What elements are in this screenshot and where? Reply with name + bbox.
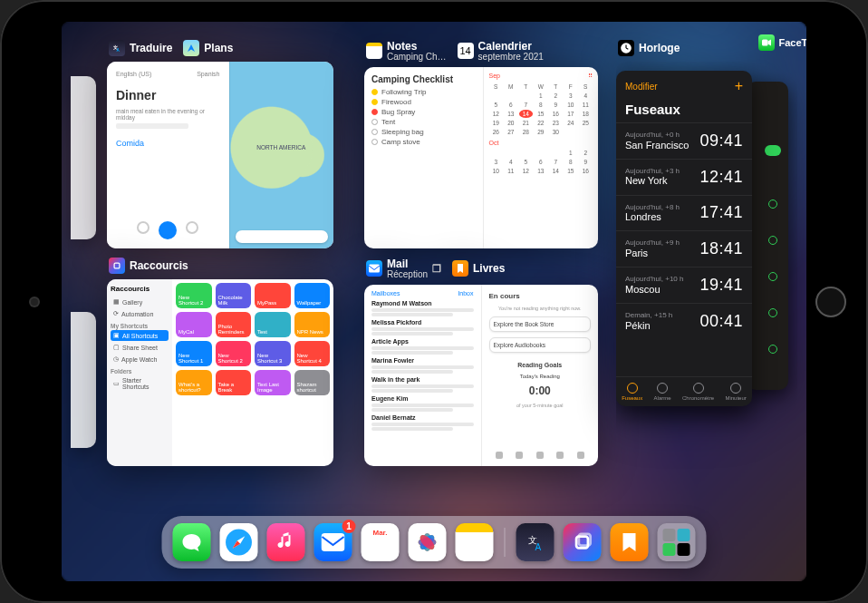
world-clock-row: Aujourd'hui, +10 hMoscou19:41 (616, 267, 752, 303)
dock-raccourcis[interactable] (564, 523, 602, 561)
mail-preview: MailboxesInbox Raymond M WatsonMelissa P… (364, 285, 481, 466)
world-clock-row: Demain, +15 hPékin00:41 (616, 303, 752, 339)
svg-text:A: A (117, 48, 121, 53)
svg-rect-2 (114, 263, 120, 268)
note-item: Tent (381, 118, 395, 126)
dock: 1 Mar. 14 (162, 516, 707, 569)
mail-app-icon (366, 260, 382, 277)
shortcut-tile: New Shortcut 3 (255, 341, 291, 366)
plans-app-label: Plans (204, 42, 233, 54)
notes-app-label: Notes (387, 40, 417, 53)
home-button[interactable] (815, 287, 846, 317)
note-item: Following Trip (381, 88, 426, 96)
facetime-app-label: FaceTime (778, 37, 806, 48)
ipad-device-frame: 文A Traduire Plans English (US) (0, 0, 868, 603)
clock-title: Fuseaux (616, 102, 752, 122)
dock-messages[interactable] (173, 523, 211, 561)
app-switcher-peek-left-bottom[interactable] (71, 312, 96, 448)
dock-mail[interactable]: 1 (314, 523, 352, 561)
plans-app-icon (183, 40, 199, 56)
switcher-card-mail-livres[interactable]: Mail Réception ❐ Livres MailboxesI (364, 258, 598, 466)
world-clock-row: Aujourd'hui, +0 hSan Francisco09:41 (616, 122, 752, 159)
facetime-preview[interactable] (747, 82, 788, 390)
shortcut-tile: New Shortcut 4 (294, 341, 331, 366)
side-automation: Automation (121, 311, 153, 317)
mail-back: Mailboxes (371, 290, 400, 297)
notes-preview: Camping Checklist Following Trip Firewoo… (364, 67, 483, 248)
shortcut-tile: Take a Break (216, 370, 252, 395)
dst-lang: Spanish (197, 71, 219, 77)
switcher-card-traduire-plans[interactable]: 文A Traduire Plans English (US) (107, 40, 333, 248)
clock-tab: Fuseaux (622, 395, 642, 401)
plans-preview: NORTH AMERICA (229, 62, 334, 248)
dock-livres[interactable] (611, 523, 649, 561)
calendar-grid: SMTWTFS 1234 567891011 12131415161718 19… (489, 83, 593, 136)
livres-preview: En cours You're not reading anything rig… (481, 285, 599, 466)
map-search (236, 230, 329, 243)
dock-safari[interactable] (220, 523, 258, 561)
svg-rect-3 (369, 265, 380, 273)
shortcut-tile: Wallpaper (294, 283, 331, 308)
shortcut-tile: Photo Reminders (216, 312, 252, 337)
raccourcis-preview: Raccourcis ▦Gallery ⟳Automation My Short… (107, 279, 333, 466)
mail-inbox: Inbox (458, 290, 473, 297)
horloge-app-icon (618, 40, 634, 56)
switcher-card-raccourcis[interactable]: Raccourcis Raccourcis ▦Gallery ⟳Automati… (107, 258, 333, 466)
translate-def: main meal eaten in the evening or midday (116, 108, 220, 121)
books-today: Today's Reading (489, 374, 592, 379)
livres-app-icon (452, 260, 468, 277)
mic-icon (159, 221, 177, 239)
map-label: NORTH AMERICA (256, 144, 305, 151)
clock-tab: Minuteur (725, 395, 746, 401)
switcher-card-horloge[interactable]: Horloge FaceTime (616, 40, 797, 466)
books-cta-audio: Explore Audiobooks (489, 337, 592, 353)
app-switcher: 文A Traduire Plans English (US) (62, 22, 806, 581)
mail-app-label: Mail (387, 258, 408, 270)
shortcut-tile: What's a shortcut? (176, 370, 212, 395)
mail-message: Eugene Kim (371, 395, 474, 412)
mail-message: Marina Fowler (371, 357, 474, 374)
side-hdr: My Shortcuts (111, 323, 169, 329)
shortcut-tile: Text Last Image (255, 370, 291, 395)
mail-message: Raymond M Watson (371, 300, 474, 316)
multitask-icon: ❐ (432, 263, 441, 275)
app-switcher-peek-left-top[interactable] (71, 76, 96, 239)
horloge-preview: Modifier + Fuseaux Aujourd'hui, +0 hSan … (616, 71, 752, 406)
shortcut-tile: New Shortcut 2 (176, 283, 212, 308)
books-footer: of your 5-minute goal (489, 403, 592, 408)
dock-photos[interactable] (409, 523, 447, 561)
clock-tab: Chronomètre (682, 395, 714, 401)
svg-text:A: A (535, 542, 542, 552)
raccourcis-app-label: Raccourcis (130, 259, 188, 272)
shortcut-tile: NPR News (294, 312, 331, 337)
side-share: Share Sheet (122, 345, 158, 351)
shortcut-tile: MyCal (176, 312, 212, 337)
mail-message: Melissa Pickford (371, 319, 474, 336)
notes-title: Camping Checklist (371, 74, 476, 84)
side-gallery: Gallery (122, 299, 142, 306)
books-section: En cours (489, 292, 592, 300)
traduire-app-icon: 文A (109, 40, 125, 56)
switcher-card-notes-calendrier[interactable]: Notes Camping Ch… 14 Calendrier septembr… (364, 40, 598, 248)
calendrier-preview: Sep⠿ SMTWTFS 1234 567891011 121314151617… (483, 67, 599, 248)
dock-calendar[interactable]: Mar. 14 (362, 523, 400, 561)
shortcut-tile: Test (255, 312, 291, 337)
side-starter: Starter Shortcuts (122, 377, 166, 390)
dock-recent-apps[interactable] (658, 523, 696, 561)
world-clock-row: Aujourd'hui, +8 hLondres17:41 (616, 195, 752, 231)
dock-music[interactable] (267, 523, 305, 561)
traduire-preview: English (US) Spanish Dinner main meal ea… (107, 62, 229, 248)
dock-notes[interactable] (456, 523, 494, 561)
mail-badge: 1 (342, 520, 356, 533)
note-item: Bug Spray (381, 108, 415, 116)
raccourcis-app-icon (109, 258, 125, 274)
side-watch: Apple Watch (121, 356, 157, 363)
dock-traduire[interactable]: 文A (516, 523, 555, 561)
note-item: Firewood (381, 98, 411, 106)
cal-month: Sep (489, 73, 500, 80)
notes-subtitle: Camping Ch… (387, 53, 447, 62)
mail-subtitle: Réception (387, 270, 428, 279)
alarm-icon (657, 383, 668, 394)
side-hdr2: Folders (111, 368, 169, 374)
src-lang: English (US) (116, 71, 151, 77)
